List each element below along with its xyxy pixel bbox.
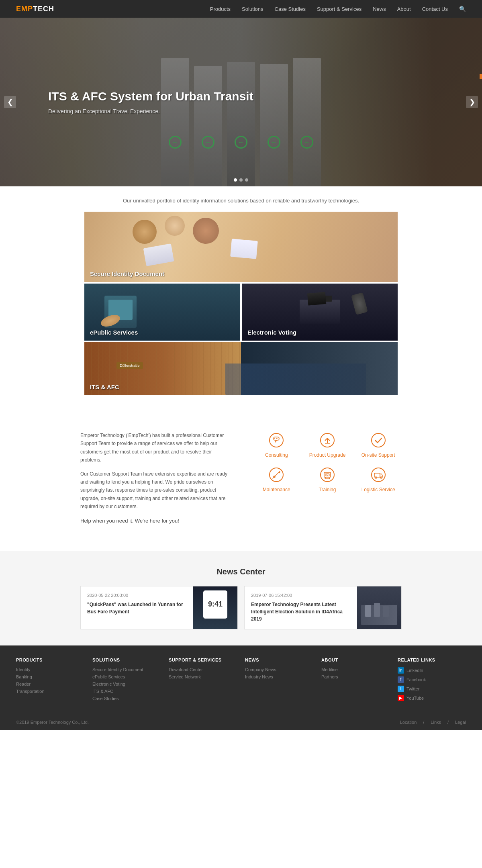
nav-case-studies[interactable]: Case Studies [275,6,306,12]
footer-social-youtube[interactable]: ▶ YouTube [398,695,466,701]
hero-dot-1[interactable] [234,178,237,182]
footer-link-identity[interactable]: Identity [16,667,84,672]
footer-links-link[interactable]: Links [431,720,441,725]
news-card-1-date: 2020-05-22 20:03:00 [87,593,187,598]
news-card-2-image [357,586,401,629]
footer-social-linkedin[interactable]: in LinkedIn [398,667,466,674]
consulting-label: Consulting [265,452,288,458]
logo-emp: EMP [16,5,33,13]
its-afc-image: Dülferstraße [84,342,398,395]
footer-columns: PRODUCTS Identity Banking Reader Transpo… [16,658,466,714]
news-card-1-image: 9:41 [193,586,237,629]
hero-next-button[interactable]: ❯ [466,96,478,108]
product-card-its-afc[interactable]: Dülferstraße ITS & AFC [84,342,398,395]
footer-link-secure-id[interactable]: Secure Identity Document [92,667,161,672]
footer-link-epublic[interactable]: ePublic Services [92,674,161,679]
news-card-1[interactable]: 2020-05-22 20:03:00 "QuickPass" was Laun… [80,586,238,629]
product-label-voting: Electronic Voting [247,329,296,336]
nav-solutions[interactable]: Solutions [242,6,263,12]
news-section-title: News Center [80,567,402,576]
footer-bottom: ©2019 Emperor Technology Co., Ltd. Locat… [16,714,466,730]
linkedin-icon: in [398,667,404,674]
support-section: Emperor Technology ('EmpTech') has built… [0,411,482,551]
hero-dots [234,178,248,182]
nav-about[interactable]: About [397,6,411,12]
footer-link-case-studies[interactable]: Case Studies [92,696,161,701]
maintenance-icon [268,466,285,484]
footer-solutions-title: SOLUTIONS [92,658,161,662]
search-icon[interactable]: 🔍 [459,6,466,12]
footer-col-products: PRODUCTS Identity Banking Reader Transpo… [16,658,84,704]
hero-dot-2[interactable] [239,178,243,182]
footer-link-reader[interactable]: Reader [16,682,84,686]
hero-banner: ← ← ← ← ← ITS & AFC System for Urban Tra… [0,18,482,186]
footer-related-title: RELATED LINKS [398,658,466,662]
training-icon [319,466,336,484]
twitter-icon: t [398,686,404,692]
news-card-2[interactable]: 2019-07-06 15:42:00 Emperor Technology P… [244,586,402,629]
footer-social-facebook[interactable]: f Facebook [398,676,466,683]
footer-copyright: ©2019 Emperor Technology Co., Ltd. [16,720,89,725]
footer-products-title: PRODUCTS [16,658,84,662]
svg-point-3 [278,438,278,439]
news-card-2-headline: Emperor Technology Presents Latest Intel… [251,601,351,623]
product-card-voting[interactable]: Electronic Voting [242,284,398,341]
footer-link-evoting[interactable]: Electronic Voting [92,682,161,686]
hero-side-tab [480,74,482,79]
intro-text: Our unrivalled portfolio of identity inf… [0,186,482,212]
product-label-secure-identity: Secure Identity Document [90,270,164,277]
news-card-2-text: 2019-07-06 15:42:00 Emperor Technology P… [245,586,357,629]
product-label-its-afc: ITS & AFC [90,384,119,390]
footer-link-service-network[interactable]: Service Network [169,674,237,679]
hero-dot-3[interactable] [245,178,248,182]
nav-news[interactable]: News [373,6,386,12]
news-grid: 2020-05-22 20:03:00 "QuickPass" was Laun… [80,586,402,629]
footer-col-solutions: SOLUTIONS Secure Identity Document ePubl… [92,658,161,704]
footer-link-transportation[interactable]: Transportation [16,689,84,694]
support-para-3: Help when you need it. We're here for yo… [80,517,229,525]
footer-col-related-links: RELATED LINKS in LinkedIn f Facebook t T… [398,658,466,704]
logistic-service-icon [370,466,387,484]
footer-separator-1: / [423,720,424,725]
news-card-2-placeholder [357,586,401,629]
news-card-1-text: 2020-05-22 20:03:00 "QuickPass" was Laun… [81,586,193,629]
main-nav: Products Solutions Case Studies Support … [210,6,466,12]
hero-content: ITS & AFC System for Urban Transit Deliv… [0,90,482,114]
footer-link-download[interactable]: Download Center [169,667,237,672]
footer-social-twitter[interactable]: t Twitter [398,686,466,692]
footer-link-company-news[interactable]: Company News [245,667,313,672]
news-card-1-headline: "QuickPass" was Launched in Yunnan for B… [87,601,187,615]
footer-link-banking[interactable]: Banking [16,674,84,679]
nav-contact-us[interactable]: Contact Us [422,6,448,12]
footer-col-about: ABOUT Mediline Partners [321,658,390,704]
footer-col-support: SUPPORT & SERVICES Download Center Servi… [169,658,237,704]
footer-link-industry-news[interactable]: Industry News [245,674,313,679]
footer-about-title: ABOUT [321,658,390,662]
svg-point-15 [380,477,382,478]
svg-point-0 [270,433,283,447]
footer-location-link[interactable]: Location [400,720,417,725]
svg-point-12 [372,468,385,482]
news-section: News Center 2020-05-22 20:03:00 "QuickPa… [0,551,482,645]
nav-support-services[interactable]: Support & Services [317,6,362,12]
footer-link-its-afc[interactable]: ITS & AFC [92,689,161,694]
footer-link-partners[interactable]: Partners [321,674,390,679]
svg-point-1 [274,438,275,439]
logistic-service-label: Logistic Service [362,487,395,492]
product-card-epublic[interactable]: ePublic Services [84,284,240,341]
nav-products[interactable]: Products [210,6,231,12]
product-upgrade-icon [319,431,336,449]
footer-link-mediline[interactable]: Mediline [321,667,390,672]
product-card-secure-identity[interactable]: Secure Identity Document [84,212,398,282]
logo[interactable]: EMPTECH [16,5,54,13]
hero-prev-button[interactable]: ❮ [4,96,16,108]
facebook-icon: f [398,676,404,683]
footer-col-news: NEWS Company News Industry News [245,658,313,704]
support-logistic: Logistic Service [355,466,402,492]
svg-point-5 [372,433,385,447]
footer-support-title: SUPPORT & SERVICES [169,658,237,662]
consulting-icon [268,431,285,449]
footer-legal-link[interactable]: Legal [455,720,466,725]
hero-subtitle: Delivering an Exceptional Travel Experie… [48,108,482,114]
footer: PRODUCTS Identity Banking Reader Transpo… [0,645,482,730]
